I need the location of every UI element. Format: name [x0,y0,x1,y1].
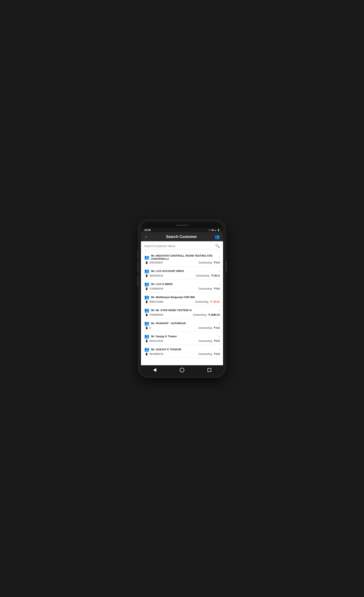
customer-avatar-icon: 👥 [144,334,150,339]
customer-details: 📱 0 Outstanding : ₹ 0.0 [144,327,220,329]
customer-row: 👥 Mr. Mr. STAR DEMO TESTING N › [144,308,220,313]
customer-name-row: 👥 Mr. Sanjay K Thakur [144,334,177,339]
search-container: 🔍 [141,241,223,252]
customer-row: 👥 Mr. SANJAY K THAKUR › [144,347,220,352]
customer-name-row: 👥 Mr. SANJAY K THAKUR [144,347,181,352]
customer-name-row: 👥 Mr. PASHANT - SATARKAR [144,321,186,326]
phone-icon: 📱 [145,353,148,355]
customer-phone: 9769968004 [150,314,163,316]
back-button[interactable]: ← [144,235,148,239]
back-nav-button[interactable] [151,367,158,373]
customer-name-row: 👥 Mr. LCO ACCOUNT BRDS [144,268,184,273]
customer-row: 👥 Mr. LCO ACCOUNT BRDS › [144,268,220,273]
recents-nav-icon [207,368,211,372]
chevron-right-icon: › [219,321,220,325]
phone-icon: 📱 [145,300,148,303]
customer-item[interactable]: 👥 Mr. LCO O BRDS › 📱 9769968004 Outstand… [141,279,223,292]
customer-item[interactable]: 👥 Mr. SANJAY K THAKUR › 📱 9818888234 Out… [141,345,223,358]
notch-bar [176,225,188,226]
outstanding-amount: ₹ 0.0 [214,327,220,329]
users-icon[interactable]: 👥 [214,234,220,239]
customer-avatar-icon: 👥 [144,295,150,299]
app-header: ← Search Customer 👥 [141,232,223,241]
customer-name: Mr. PASHANT - SATARKAR [151,322,186,325]
outstanding-label: Outstanding : ₹ 2686.04 [193,314,220,316]
chevron-right-icon: › [219,347,220,351]
power-button[interactable] [226,261,227,272]
phone-row: 📱 8884221888 [145,300,163,303]
phone-row: 📱 9818888234 [145,353,163,355]
customer-item[interactable]: 👥 Mr. PASHANT - SATARKAR › 📱 0 Outstandi… [141,319,223,332]
customer-name: Mr. Mallikarjun Belgumpi CNN IBN [151,296,195,299]
chevron-right-icon: › [219,295,220,299]
customer-row: 👥 Mr. LCO O BRDS › [144,282,220,286]
outstanding-label: Outstanding : ₹ 0.0 [198,339,220,342]
customer-avatar-icon: 👥 [144,347,150,352]
status-bar: 12:40 📳 4G ▲ 🔋 [141,228,223,232]
recents-nav-button[interactable] [206,367,213,373]
home-nav-icon [180,368,184,372]
phone-frame: 12:40 📳 4G ▲ 🔋 ← Search Customer 👥 🔍 [138,220,226,377]
phone-row: 📱 8082568607 [145,261,163,264]
search-input[interactable] [144,244,215,248]
customer-details: 📱 8884221888 Outstanding : ₹ -35.83 [144,300,220,303]
customer-avatar-icon: 👥 [144,282,150,286]
silent-button[interactable] [137,275,138,287]
phone-screen: 12:40 📳 4G ▲ 🔋 ← Search Customer 👥 🔍 [141,222,223,375]
status-time: 12:40 [144,229,151,232]
outstanding-label: Outstanding : ₹ 191.0 [196,274,220,277]
chevron-right-icon: › [219,255,220,259]
outstanding-amount: ₹ 0.0 [214,287,220,290]
phone-icon: 📱 [145,327,148,329]
outstanding-label: Outstanding : ₹ -35.83 [195,300,220,303]
outstanding-amount: ₹ 0.0 [214,353,220,355]
status-icons: 📳 4G ▲ 🔋 [208,229,220,231]
customer-details: 📱 9769968004 Outstanding : ₹ 2686.04 [144,314,220,316]
customer-item[interactable]: 👥 Mr. Mr. STAR DEMO TESTING N › 📱 976996… [141,306,223,319]
chevron-right-icon: › [219,308,220,312]
customer-row: 👥 Mr. PASHANT - SATARKAR › [144,321,220,326]
phone-row: 📱 9769968004 [145,287,163,290]
phone-icon: 📱 [145,287,148,290]
customer-item[interactable]: 👥 Mr. Mallikarjun Belgumpi CNN IBN › 📱 8… [141,292,223,306]
chevron-right-icon: › [219,334,220,338]
outstanding-label: Outstanding : ₹ 0.0 [198,287,220,290]
phone-row: 📱 9844124043 [145,339,163,342]
chevron-right-icon: › [219,282,220,286]
customer-phone: 9818888234 [150,353,163,355]
customer-details: 📱 8082568607 Outstanding : ₹ 0.0 [144,261,220,264]
home-nav-button[interactable] [179,367,185,373]
phone-row: 📱 9769968004 [145,314,163,316]
search-button[interactable]: 🔍 [215,244,220,248]
customer-phone: 0 [150,327,151,329]
customer-name: Mr. Mr. STAR DEMO TESTING N [151,309,191,312]
phone-icon: 📱 [145,261,148,264]
search-box: 🔍 [144,244,220,249]
customer-item[interactable]: 👥 Mr. LCO ACCOUNT BRDS › 📱 9920694841 Ou… [141,266,223,279]
back-nav-icon [153,368,156,372]
customer-avatar-icon: 👥 [144,268,150,273]
bottom-nav [141,365,223,375]
volume-down-button[interactable] [137,261,138,273]
phone-row: 📱 9920694841 [145,274,163,277]
customer-details: 📱 9844124043 Outstanding : ₹ 0.0 [144,339,220,342]
volume-up-button[interactable] [137,251,138,258]
customer-list: 👥 Mr. HIDAYATH CONTROLL ROOM TESTING STB… [141,252,223,358]
content-area: 🔍 👥 Mr. HIDAYATH CONTROLL ROOM TESTING S… [141,241,223,365]
customer-row: 👥 Mr. Sanjay K Thakur › [144,334,220,339]
chevron-right-icon: › [219,269,220,273]
customer-phone: 9769968004 [150,287,163,290]
customer-row: 👥 Mr. HIDAYATH CONTROLL ROOM TESTING STB… [144,254,220,260]
customer-phone: 9920694841 [150,274,163,277]
customer-name: Mr. LCO O BRDS [151,283,173,286]
customer-row: 👥 Mr. Mallikarjun Belgumpi CNN IBN › [144,295,220,299]
status-right-icons: 📳 4G ▲ 🔋 [208,229,220,231]
customer-phone: 8884221888 [150,300,163,303]
customer-avatar-icon: 👥 [144,321,150,326]
phone-row: 📱 0 [145,327,151,329]
phone-notch [141,222,223,228]
customer-item[interactable]: 👥 Mr. Sanjay K Thakur › 📱 9844124043 Out… [141,332,223,345]
customer-name-row: 👥 Mr. Mr. STAR DEMO TESTING N [144,308,191,313]
customer-item[interactable]: 👥 Mr. HIDAYATH CONTROLL ROOM TESTING STB… [141,252,223,266]
customer-details: 📱 9769968004 Outstanding : ₹ 0.0 [144,287,220,290]
